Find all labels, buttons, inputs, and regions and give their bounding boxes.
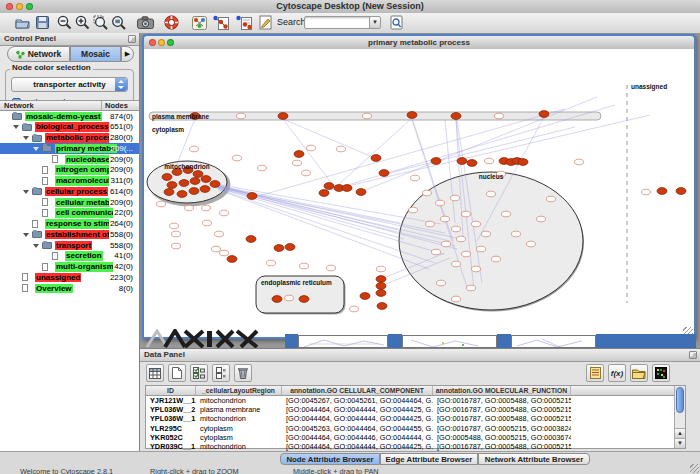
network-node-small[interactable] bbox=[477, 246, 486, 252]
open-session-icon[interactable] bbox=[14, 14, 31, 31]
disclosure-triangle-icon[interactable] bbox=[33, 147, 39, 151]
network-node-small[interactable] bbox=[258, 165, 267, 171]
save-session-icon[interactable] bbox=[34, 14, 51, 31]
network-node[interactable] bbox=[200, 186, 210, 193]
network-node[interactable] bbox=[342, 185, 352, 192]
network-node-small[interactable] bbox=[472, 266, 481, 272]
network-node[interactable] bbox=[299, 296, 309, 303]
network-node-small[interactable] bbox=[462, 211, 471, 217]
column-header[interactable] bbox=[571, 386, 675, 395]
disclosure-triangle-icon[interactable] bbox=[13, 125, 19, 129]
table-cell[interactable]: plasma membrane bbox=[196, 405, 282, 414]
table-cell[interactable]: [GO:0044464, GO:0044446, GO:0044444, G..… bbox=[282, 433, 433, 442]
attribute-table-icon[interactable] bbox=[146, 364, 164, 382]
column-header[interactable]: annotation.GO CELLULAR_COMPONENT bbox=[282, 386, 433, 395]
network-node-small[interactable] bbox=[307, 145, 316, 151]
network-node-small[interactable] bbox=[327, 265, 336, 271]
network-node[interactable] bbox=[190, 178, 200, 185]
network-node[interactable] bbox=[272, 296, 282, 303]
network-node-small[interactable] bbox=[203, 220, 212, 226]
function-builder-icon[interactable]: f(x) bbox=[608, 364, 626, 382]
network-canvas[interactable]: plasma membranecytoplasmmitochondrionnuc… bbox=[144, 49, 694, 337]
network-node-small[interactable] bbox=[575, 159, 584, 165]
table-cell[interactable]: cytoplasm bbox=[196, 433, 282, 442]
background-window-edge[interactable] bbox=[388, 334, 402, 348]
network-node[interactable] bbox=[210, 181, 220, 188]
import-network-table-icon[interactable] bbox=[234, 14, 253, 31]
network-node-small[interactable] bbox=[220, 210, 229, 216]
network-node-small[interactable] bbox=[457, 236, 466, 242]
table-cell[interactable]: [GO:0045267, GO:0045261, GO:0044464, G..… bbox=[282, 396, 433, 405]
new-attribute-icon[interactable] bbox=[168, 364, 186, 382]
network-node-small[interactable] bbox=[487, 191, 496, 197]
table-cell[interactable]: [GO:0016787, GO:0005488, GO:0005215, G..… bbox=[433, 405, 571, 414]
network-node-small[interactable] bbox=[512, 231, 521, 237]
network-node-small[interactable] bbox=[411, 175, 420, 181]
network-node-small[interactable] bbox=[190, 146, 199, 152]
attribute-table[interactable]: ID_cellularLayoutRegionannotation.GO CEL… bbox=[145, 385, 686, 449]
network-node-small[interactable] bbox=[467, 285, 476, 291]
disclosure-triangle-icon[interactable] bbox=[33, 244, 39, 248]
attribute-list-icon[interactable] bbox=[586, 364, 604, 382]
tree-row[interactable]: nucleobase-c209(0) bbox=[0, 154, 139, 165]
float-panel-icon[interactable] bbox=[689, 351, 697, 359]
network-view-window[interactable]: primary metabolic process plasma membran… bbox=[142, 34, 696, 339]
network-node-small[interactable] bbox=[350, 306, 359, 312]
table-row[interactable]: YPL036W__2plasma membrane[GO:0044464, GO… bbox=[146, 405, 675, 414]
network-node-small[interactable] bbox=[436, 200, 445, 206]
table-cell[interactable]: [GO:0045263, GO:0044464, GO:0044455, G..… bbox=[282, 424, 433, 433]
tree-row[interactable]: cellular process614(0) bbox=[0, 186, 139, 197]
import-network-icon[interactable] bbox=[211, 14, 230, 31]
network-node-small[interactable] bbox=[212, 246, 221, 252]
matrix-view-icon[interactable] bbox=[652, 364, 670, 382]
network-node-small[interactable] bbox=[423, 190, 432, 196]
tree-row[interactable]: macromolecule311(0) bbox=[0, 176, 139, 187]
table-row[interactable]: YKR052Ccytoplasm[GO:0044464, GO:0044446,… bbox=[146, 433, 675, 442]
network-node-small[interactable] bbox=[220, 250, 229, 256]
float-panel-icon[interactable] bbox=[128, 35, 136, 43]
table-vertical-scrollbar[interactable]: ▲ ▼ bbox=[674, 386, 685, 448]
network-node-small[interactable] bbox=[642, 189, 651, 195]
table-cell[interactable]: [GO:0044464, GO:0044444, GO:0044425, G..… bbox=[282, 442, 433, 451]
network-node-small[interactable] bbox=[172, 231, 181, 237]
network-node-small[interactable] bbox=[452, 226, 461, 232]
disclosure-triangle-icon[interactable] bbox=[23, 136, 29, 140]
network-node-small[interactable] bbox=[537, 216, 546, 222]
background-window-edge[interactable] bbox=[497, 334, 511, 348]
network-node-small[interactable] bbox=[363, 113, 372, 119]
network-node-small[interactable] bbox=[172, 243, 181, 249]
network-node-small[interactable] bbox=[452, 261, 461, 267]
scroll-up-arrow[interactable]: ▲ bbox=[675, 428, 685, 438]
network-node[interactable] bbox=[676, 188, 686, 195]
table-cell[interactable]: [GO:0044464, GO:0044444, GO:0044425, G..… bbox=[282, 405, 433, 414]
tree-row[interactable]: response to stimulu264(0) bbox=[0, 219, 139, 230]
table-cell[interactable]: [GO:0016787, GO:0005488, GO:0005215, G..… bbox=[433, 414, 571, 423]
network-node[interactable] bbox=[518, 159, 528, 166]
network-node[interactable] bbox=[360, 293, 370, 300]
background-window-1[interactable] bbox=[298, 335, 388, 348]
tab-node-attribute-browser[interactable]: Node Attribute Browser bbox=[280, 453, 380, 465]
network-node[interactable] bbox=[377, 303, 387, 310]
node-color-combo[interactable]: transporter activity bbox=[11, 77, 128, 92]
network-edge[interactable] bbox=[215, 184, 441, 224]
table-cell[interactable]: mitochondrion bbox=[196, 442, 282, 451]
network-node-small[interactable] bbox=[495, 113, 504, 119]
network-node[interactable] bbox=[177, 191, 187, 198]
table-row[interactable]: YJR121W__1mitochondrion[GO:0045267, GO:0… bbox=[146, 396, 675, 405]
table-cell[interactable]: cytoplasm bbox=[196, 424, 282, 433]
table-cell[interactable]: [GO:0016787, GO:0005488, GO:0005215, G..… bbox=[433, 442, 571, 451]
select-all-attributes-icon[interactable] bbox=[190, 364, 208, 382]
background-window-edge[interactable] bbox=[596, 334, 696, 348]
network-node[interactable] bbox=[246, 236, 256, 243]
region-plasma-membrane[interactable] bbox=[149, 112, 601, 120]
network-node-small[interactable] bbox=[409, 207, 418, 213]
table-row[interactable]: YLR295Ccytoplasm[GO:0045263, GO:0044464,… bbox=[146, 424, 675, 433]
network-node-small[interactable] bbox=[185, 205, 194, 211]
network-node-small[interactable] bbox=[492, 256, 501, 262]
network-node[interactable] bbox=[274, 245, 284, 252]
network-node-small[interactable] bbox=[441, 216, 450, 222]
table-cell[interactable]: YDR039C__1 bbox=[146, 442, 196, 451]
network-node[interactable] bbox=[356, 189, 366, 196]
network-node-small[interactable] bbox=[482, 231, 491, 237]
table-cell[interactable]: [GO:0044464, GO:0044444, GO:0044425, G..… bbox=[282, 414, 433, 423]
